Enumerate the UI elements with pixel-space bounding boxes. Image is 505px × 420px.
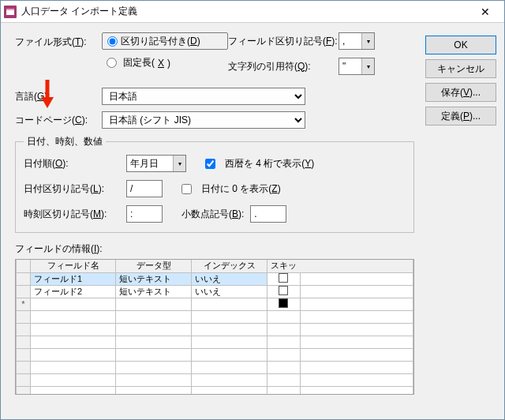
save-button[interactable]: 保存(V)... (425, 83, 496, 102)
table-row-empty (17, 373, 413, 386)
window-title: 人口データ インポート定義 (21, 5, 469, 18)
text-qualifier-value: " (339, 61, 361, 72)
dialog-window: 人口データ インポート定義 ✕ ファイル形式(T): 区切り記号付き(D) (0, 0, 505, 420)
svg-rect-1 (6, 9, 14, 10)
table-row-empty (17, 386, 413, 395)
chevron-down-icon: ▾ (361, 58, 374, 74)
date-order-combo[interactable]: 年月日 ▾ (126, 155, 186, 172)
ok-button[interactable]: OK (425, 36, 496, 54)
file-format-label: ファイル形式(T): (15, 36, 87, 47)
col-field-name[interactable]: フィールド名 (31, 260, 116, 272)
chevron-down-icon: ▾ (361, 33, 374, 49)
table-row-empty (17, 323, 413, 336)
language-label: 言語(G): (15, 90, 102, 103)
codepage-label: コードページ(C): (15, 114, 102, 127)
codepage-select[interactable]: 日本語 (シフト JIS) (102, 111, 305, 129)
client-area: ファイル形式(T): 区切り記号付き(D) 固定長(X) (1, 23, 504, 419)
table-row[interactable]: フィールド2短いテキストいいえ (17, 285, 413, 298)
date-sep-input[interactable] (126, 180, 163, 197)
four-digit-year-checkbox[interactable] (205, 159, 215, 169)
text-qualifier-combo[interactable]: " ▾ (339, 58, 375, 75)
table-row-empty (17, 336, 413, 348)
col-index[interactable]: インデックス (192, 260, 267, 272)
table-row[interactable]: フィールド1短いテキストいいえ (17, 272, 413, 285)
field-separator-value: , (339, 36, 361, 47)
col-skip[interactable]: スキッ (267, 260, 301, 272)
leading-zero-checkbox[interactable] (181, 184, 192, 194)
close-icon: ✕ (481, 6, 490, 18)
table-row-new[interactable]: * (17, 298, 413, 310)
table-row-empty (17, 361, 413, 373)
chevron-down-icon: ▾ (173, 156, 185, 171)
date-sep-label: 日付区切り記号(L): (24, 182, 126, 196)
radio-fixed[interactable]: 固定長(X) (102, 56, 228, 69)
app-icon (4, 6, 17, 18)
radio-fixed-input[interactable] (107, 58, 117, 68)
date-order-value: 年月日 (127, 157, 173, 171)
field-separator-label: フィールド区切り記号(F): (228, 35, 339, 48)
col-data-type[interactable]: データ型 (116, 260, 192, 272)
text-qualifier-label: 文字列の引用符(Q): (228, 60, 339, 73)
decimal-input[interactable] (250, 205, 286, 223)
radio-delimited[interactable]: 区切り記号付き(D) (102, 32, 228, 50)
time-sep-input[interactable] (126, 205, 163, 223)
field-separator-combo[interactable]: , ▾ (339, 32, 375, 50)
table-row-empty (17, 310, 413, 323)
title-bar: 人口データ インポート定義 ✕ (1, 1, 504, 23)
decimal-label: 小数点記号(B): (181, 208, 244, 221)
field-info-label: フィールドの情報(I): (15, 242, 414, 256)
cancel-button[interactable]: キャンセル (425, 59, 496, 78)
close-button[interactable]: ✕ (469, 2, 501, 21)
definitions-button[interactable]: 定義(P)... (425, 107, 496, 126)
four-digit-year-label: 西暦を 4 桁で表示(Y) (225, 157, 314, 171)
leading-zero-label: 日付に 0 を表示(Z) (201, 182, 281, 196)
language-select[interactable]: 日本語 (102, 88, 305, 105)
field-info-grid[interactable]: フィールド名 データ型 インデックス スキッ フィールド1短いテキストいいえフィ… (15, 259, 414, 395)
table-row-empty (17, 348, 413, 361)
datetime-legend: 日付、時刻、数値 (24, 135, 106, 148)
datetime-group: 日付、時刻、数値 日付順(O): 年月日 ▾ 西暦を 4 桁で表示(Y) (15, 135, 414, 233)
radio-delimited-input[interactable] (107, 36, 118, 47)
date-order-label: 日付順(O): (24, 157, 126, 171)
time-sep-label: 時刻区切り記号(M): (24, 208, 126, 221)
grid-header-row: フィールド名 データ型 インデックス スキッ (17, 260, 413, 272)
